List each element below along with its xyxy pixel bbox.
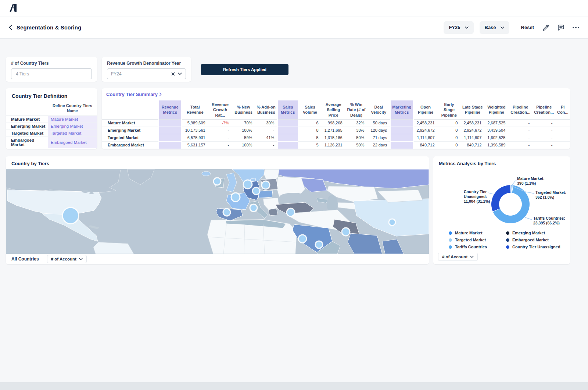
summary-cell: 2,924,672 [460, 127, 484, 134]
summary-cell: 5,989,609 [182, 119, 208, 127]
summary-column-header: % Add-on Business [255, 100, 277, 119]
map-bubble[interactable] [214, 178, 221, 185]
map-bubble[interactable] [298, 235, 306, 243]
country-tiers-input[interactable] [15, 71, 88, 77]
map-measure-selector[interactable]: # of Account [47, 255, 87, 263]
country-map-card: Country by Tiers [6, 156, 429, 264]
metrics-measure-value: # of Account [442, 255, 467, 259]
bottom-strip [0, 382, 588, 390]
refresh-tiers-button[interactable]: Refresh Tiers Applied [201, 64, 288, 75]
summary-cell: 1,315,186 [322, 134, 345, 141]
tier-definition-title: Country Tier Definition [6, 88, 97, 101]
app-topbar [0, 0, 588, 16]
legend-label: Targeted Market [455, 238, 486, 242]
map-bubble[interactable] [262, 181, 270, 189]
summary-cell: 5 [298, 141, 321, 149]
tier-summary-card: Country Tier Summary Revenue MetricsTota… [102, 88, 570, 149]
summary-cell: 10,173,561 [182, 127, 208, 134]
legend-dot-icon [449, 238, 452, 242]
legend-label: Embargoed Market [512, 238, 549, 242]
tier-summary-link[interactable]: Country Tier Summary [102, 88, 570, 99]
summary-cell [390, 141, 413, 149]
tier-name-cell[interactable]: Embargoed Market [48, 136, 97, 148]
summary-cell [277, 134, 298, 141]
denominator-year-select[interactable]: FY24 [107, 68, 186, 79]
map-bubble[interactable] [315, 241, 323, 248]
comments-button[interactable] [557, 24, 564, 31]
summary-column-header: Pi Con... [555, 100, 570, 119]
map-bubble[interactable] [223, 209, 230, 216]
titlebar-actions: FY25 Base Reset [444, 21, 579, 34]
summary-cell: - [255, 141, 277, 149]
summary-cell: 1,396,589 [484, 141, 508, 149]
summary-row-label: Mature Market [102, 119, 159, 127]
summary-column-header: Open Pipeline [413, 100, 438, 119]
legend-dot-icon [506, 245, 509, 249]
summary-cell [159, 119, 182, 127]
legend-item[interactable]: Embargoed Market [506, 238, 560, 242]
chevron-down-icon [465, 26, 469, 29]
summary-column-header: Late Stage Pipeline [460, 100, 484, 119]
summary-column-header: Marketing Metrics [390, 100, 413, 119]
legend-item[interactable]: Tariffs Countries [449, 245, 506, 249]
summary-cell: 998,268 [322, 119, 345, 127]
summary-row: Emerging Market10,173,561-100%-81,271,69… [102, 127, 570, 134]
summary-row-label: Emerging Market [102, 127, 159, 134]
edit-button[interactable] [542, 24, 549, 31]
summary-header-row: Revenue MetricsTotal RevenueRevenue Grow… [102, 100, 570, 119]
summary-cell: 100% [232, 127, 255, 134]
summary-cell: -7% [208, 119, 232, 127]
tier-label: Targeted Market [6, 130, 48, 136]
scenario-selector[interactable]: Base [480, 21, 509, 34]
map-bubble[interactable] [342, 228, 350, 236]
tier-name-cell[interactable]: Targeted Market [48, 130, 97, 136]
chevron-right-icon [159, 92, 162, 96]
reset-button[interactable]: Reset [521, 25, 534, 30]
donut-slice[interactable] [491, 185, 510, 211]
legend-item[interactable]: Country Tier Unassigned [506, 245, 560, 249]
summary-cell: 59% [232, 134, 255, 141]
clear-icon[interactable] [171, 72, 175, 76]
summary-row: Mature Market5,989,609-7%70%30%6998,2683… [102, 119, 570, 127]
page-title: Segmentation & Scoring [17, 24, 81, 31]
map-bubble[interactable] [243, 180, 252, 189]
metrics-measure-selector[interactable]: # of Account [438, 253, 478, 261]
legend-item[interactable]: Emerging Market [506, 231, 560, 235]
chevron-down-icon [79, 258, 83, 260]
summary-cell: - [533, 141, 555, 149]
legend-item[interactable]: Targeted Market [449, 238, 506, 242]
summary-cell: 6,575,931 [182, 134, 208, 141]
summary-cell: 0 [438, 119, 461, 127]
summary-cell: 2,458,231 [413, 119, 438, 127]
chevron-down-icon[interactable] [178, 72, 182, 75]
map-bubble[interactable] [62, 208, 79, 224]
pencil-icon [542, 24, 549, 31]
fiscal-year-selector[interactable]: FY25 [444, 21, 473, 34]
map-bubble[interactable] [231, 193, 240, 202]
definition-row: Mature MarketMature Market [6, 116, 97, 123]
map-bubble[interactable] [389, 219, 395, 226]
more-options-button[interactable] [573, 26, 579, 29]
summary-cell: - [255, 127, 277, 134]
map-bubble[interactable] [287, 208, 295, 216]
map-bubble[interactable] [250, 204, 257, 212]
app-logo-icon[interactable] [9, 4, 18, 13]
summary-cell [555, 134, 570, 141]
page-titlebar: Segmentation & Scoring FY25 Base Reset [0, 17, 588, 39]
denominator-year-label: Revenue Growth Denominator Year [107, 61, 186, 66]
summary-column-header: Sales Volume [298, 100, 321, 119]
comment-icon [557, 24, 564, 31]
fiscal-year-value: FY25 [449, 25, 460, 30]
map-bubble[interactable] [252, 187, 260, 195]
definition-row: Embargoed MarketEmbargoed Market [6, 136, 97, 148]
tier-summary-title: Country Tier Summary [106, 92, 158, 97]
summary-column-header: Sales Metrics [277, 100, 298, 119]
tier-name-cell[interactable]: Mature Market [48, 116, 97, 123]
back-icon[interactable] [9, 25, 12, 30]
tier-name-cell[interactable]: Emerging Market [48, 123, 97, 130]
legend-item[interactable]: Mature Market [449, 231, 506, 235]
summary-cell: - [208, 134, 232, 141]
summary-cell: 1,271,695 [322, 127, 345, 134]
chevron-down-icon [501, 26, 504, 29]
world-map[interactable] [6, 169, 429, 254]
